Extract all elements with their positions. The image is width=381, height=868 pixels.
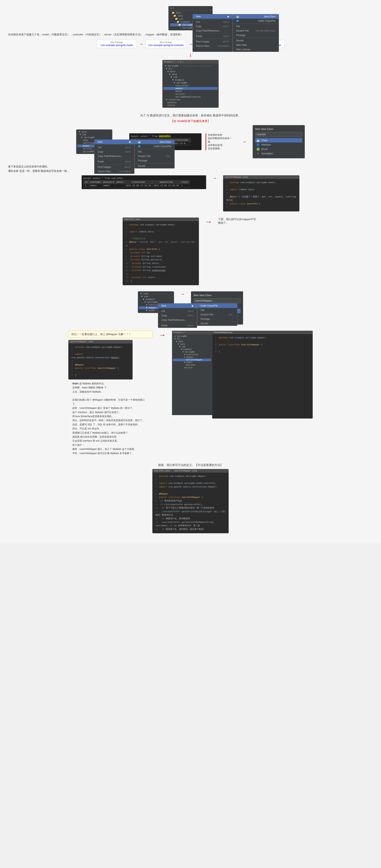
model-menu-copy[interactable]: Copy Ctrl+C bbox=[94, 150, 134, 154]
dialog-option-annotation-1[interactable]: 🔸 Annotation bbox=[255, 151, 302, 156]
model-findinfiles-shortcut: Ctrl+Shift+F bbox=[119, 170, 131, 173]
mapper-explanation: 切记！一定要在接口上，加上 @Mapper 注解！！！ UserInfoMapp… bbox=[68, 331, 153, 457]
tree-example-1: ▼ example bbox=[163, 79, 218, 82]
model-submenu-kotlin[interactable]: 🔷 Kotlin Class/File bbox=[135, 144, 174, 149]
submenu-webfilter[interactable]: Web Filter bbox=[233, 43, 279, 47]
mapper-paste-label: Paste bbox=[161, 324, 167, 327]
mysql-highlight-table: userinfo; bbox=[159, 135, 171, 137]
model-sub-sep2 bbox=[135, 163, 174, 163]
project-tree-section: Project ▾ ≡ ⊕ ✕ ▼ SpringMB C:\ymm\08\you… bbox=[4, 60, 377, 108]
mapper-menu-paste[interactable]: Paste Ctrl+V bbox=[158, 323, 197, 328]
ms2-l1: 1package com.example.springmb.mapper; bbox=[155, 475, 226, 478]
dialog-option-enum-1[interactable]: 🟢 Enum bbox=[255, 147, 302, 151]
mapper-sub-scratch[interactable]: Scratch File Ctrl... bbox=[197, 312, 237, 317]
mapper-menu-new[interactable]: New ▶ bbox=[158, 304, 197, 308]
menu-item-new[interactable]: New ▶ bbox=[193, 14, 232, 19]
mm-l2: 2 bbox=[215, 340, 310, 343]
mapper-menu-copy[interactable]: Copy Ctrl+C bbox=[158, 313, 197, 318]
mapper-menu-new-arrow: ▶ bbox=[192, 304, 194, 307]
cell-updatetime-2: 2021-12-06 17:10:48 bbox=[152, 184, 180, 187]
submenu-scratchfile[interactable]: Scratch File Ctrl+Alt+Shift+Insert bbox=[233, 29, 279, 33]
submenu-javaclass[interactable]: ☕ Java Class bbox=[233, 14, 279, 19]
ms-userinformapper[interactable]: UserInfoMapper bbox=[173, 359, 211, 361]
model-submenu-package[interactable]: Package bbox=[135, 158, 174, 163]
submenu-servlet[interactable]: Servlet bbox=[233, 38, 279, 43]
mapper-sub-scratch-label: Scratch File bbox=[200, 313, 213, 316]
submenu-kotlinclassfile[interactable]: 🔷 Kotlin Class/File bbox=[233, 19, 279, 23]
fc-l5: 5@Data// 自动生成: 构造了, get, set, equals, to… bbox=[126, 241, 196, 247]
cell-id-2: 1 bbox=[84, 184, 89, 187]
menu-copypath-label: Copy Path/Reference... bbox=[196, 29, 221, 32]
submenu-package[interactable]: Package bbox=[233, 33, 279, 37]
model-menu-new[interactable]: New ▶ bbox=[94, 140, 134, 144]
cell-createtime-1: 2021-12-0... bbox=[172, 142, 191, 145]
tree-main[interactable]: 📁 main bbox=[170, 11, 211, 14]
dialog-option-class-1[interactable]: ☕ Class bbox=[255, 138, 302, 143]
submenu-file[interactable]: File bbox=[233, 24, 279, 29]
ide-titlebar: src bbox=[168, 6, 213, 10]
pkg-controller-label: New Package bbox=[148, 41, 184, 43]
model-submenu-javaclass[interactable]: ☕ Java Class bbox=[135, 140, 174, 144]
dialog-class-name-input-1[interactable] bbox=[255, 132, 302, 137]
mysql-header-row-2: id username password photo createtime up… bbox=[84, 181, 190, 184]
context-menu-main: New ▶ Cut Ctrl+X Copy Ctrl+C bbox=[192, 14, 233, 52]
model-submenu-jc-icon: ☕ bbox=[138, 141, 141, 143]
model-menu-findusages[interactable]: Find Usages Alt+F7 bbox=[94, 165, 134, 169]
fc-l12: 12 private String updatetime; bbox=[126, 269, 196, 272]
menu-item-paste[interactable]: Paste Ctrl+V bbox=[193, 34, 232, 38]
ms-springmb-pkg: ▼ springmb bbox=[173, 351, 211, 353]
model-submenu-servlet[interactable]: Servlet bbox=[135, 164, 174, 168]
submenu-javaclass-label: Java Class bbox=[264, 15, 276, 18]
project-tree-structure-1: ▼ SpringMB C:\ymm\08\you-an-advanced-s..… bbox=[163, 64, 218, 107]
menu-item-cut[interactable]: Cut Ctrl+X bbox=[193, 20, 232, 24]
mapper-sub-package[interactable]: Package bbox=[197, 317, 237, 321]
menu-item-findusages[interactable]: Find Usages Alt+F7 bbox=[193, 39, 232, 44]
mapper-sub-servlet[interactable]: Servlet bbox=[197, 321, 237, 326]
submenu-servlet-label: Servlet bbox=[236, 39, 244, 42]
dialog-option-interface-1[interactable]: 🔵 Interface bbox=[255, 143, 302, 147]
menu-item-copypath[interactable]: Copy Path/Reference... bbox=[193, 29, 232, 33]
model-menu-copypath[interactable]: Copy Path/Reference... bbox=[94, 154, 134, 158]
mapper-menu-cut[interactable]: Cut Ctrl+X bbox=[158, 309, 197, 313]
tree-controller-1: controller bbox=[163, 84, 218, 87]
tree-resources-1: ▼ resources bbox=[163, 98, 218, 101]
mapper-context-menu: New ▶ Cut Ctrl+X Copy Ctrl+C Copy Path/R… bbox=[158, 303, 197, 328]
model-menu-copy-label: Copy bbox=[98, 150, 103, 153]
menu-item-copy[interactable]: Copy Ctrl+C bbox=[193, 24, 232, 29]
model-menu-paste[interactable]: Paste Ctrl+V bbox=[94, 159, 134, 164]
model-menu-cut[interactable]: Cut Ctrl+X bbox=[94, 145, 134, 150]
mapper-sep-2 bbox=[158, 322, 197, 323]
mp-tree-com: ▼ com bbox=[139, 295, 173, 298]
col-createtime-1: createtime bbox=[172, 138, 191, 142]
tree-mapper-1[interactable]: mapper bbox=[163, 87, 218, 90]
desc-entity-props: 接下来就是定义的实体类中的属性。 属性名称 也是一样，需要和 数据表的字段名称一… bbox=[8, 164, 373, 173]
menu-item-findinfiles[interactable]: Find in Files... Ctrl+Shift+F bbox=[193, 44, 232, 48]
code-line-3: 3import lombok.Data; bbox=[226, 188, 296, 192]
mapper-cut-label: Cut bbox=[161, 310, 165, 313]
menu-findusages-shortcut: Alt+F7 bbox=[223, 40, 229, 43]
mc-l8: 8} bbox=[71, 374, 130, 377]
pkg-model-label: New Package bbox=[99, 41, 134, 43]
mapper-sub-javaclass[interactable]: Kotlin Class/File bbox=[197, 304, 237, 308]
mapper-sub-file[interactable]: File bbox=[197, 308, 237, 312]
entity-props-row: mysql> select * from userinfo; id userna… bbox=[4, 175, 377, 212]
model-menu-findinfiles[interactable]: Find in Files... Ctrl+Shift+F bbox=[94, 169, 134, 174]
section-title-method: 接着，我们来写方法的定义。【方法是普通的方法】 bbox=[4, 463, 377, 467]
submenu-weblistener[interactable]: Web Listener bbox=[233, 47, 279, 52]
cell-state-2: 1 bbox=[180, 184, 189, 187]
dialog-interface-label-1: Interface bbox=[261, 143, 271, 146]
ide-title-label: src bbox=[170, 7, 174, 9]
mapper-code-window-1: UserInfoMapper.java 1package com.example… bbox=[68, 340, 133, 379]
mysql-table-2: id username password photo createtime up… bbox=[84, 180, 190, 187]
model-submenu-scratch[interactable]: Scratch File Ctrl... bbox=[135, 154, 174, 158]
model-submenu-file[interactable]: File bbox=[135, 150, 174, 154]
mapper-simple-file: UserInfo.java bbox=[154, 470, 170, 472]
fc-l6: 6public class UserInfo { bbox=[126, 248, 196, 251]
tree-java-1: ▼ java bbox=[163, 73, 218, 76]
mapper-cut-sc: Ctrl+X bbox=[188, 310, 194, 312]
userinfo-topbar: UserInfoMapper.java bbox=[223, 176, 299, 179]
ms-userinfo: UserInfo bbox=[173, 364, 211, 367]
dialog-mapper-input[interactable] bbox=[193, 298, 241, 303]
mapper-menu-copypath[interactable]: Copy Path/Reference... bbox=[158, 318, 197, 322]
model-menu-copypath-label: Copy Path/Reference... bbox=[98, 155, 123, 158]
